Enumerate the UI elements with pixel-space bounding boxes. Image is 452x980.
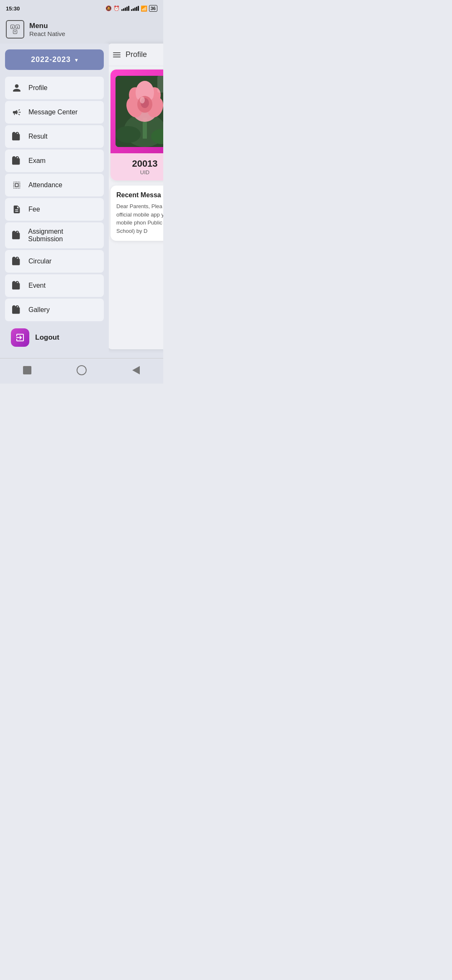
- assignment-icon: [11, 230, 22, 241]
- profile-image-container: [110, 70, 163, 153]
- profile-card: 20013 UID: [110, 70, 163, 181]
- sidebar-label-attendance: Attendance: [28, 181, 62, 189]
- bottom-nav: [0, 358, 163, 384]
- exam-icon: [11, 155, 23, 167]
- sidebar-item-exam[interactable]: Exam: [5, 150, 104, 172]
- megaphone-icon: [11, 106, 23, 118]
- sidebar-label-profile: Profile: [28, 84, 47, 92]
- main-content: 2022-2023 ▾ Profile: [0, 44, 163, 358]
- profile-photo: [116, 76, 163, 147]
- chevron-down-icon: ▾: [75, 57, 78, 63]
- sidebar-label-result: Result: [28, 133, 47, 140]
- svg-point-2: [116, 126, 141, 143]
- svg-rect-14: [157, 76, 163, 93]
- sidebar-item-gallery[interactable]: Gallery: [5, 299, 104, 321]
- svg-point-13: [140, 97, 145, 103]
- mute-icon: 🔕: [105, 5, 112, 11]
- sidebar-item-result[interactable]: Result: [5, 125, 104, 148]
- sidebar-item-assignment-submission[interactable]: Assignment Submission: [5, 222, 104, 248]
- person-icon: [11, 82, 23, 94]
- status-time: 15:30: [6, 5, 20, 12]
- recent-messages-text: Dear Parents, Plea official mobile app y…: [116, 202, 163, 235]
- document-icon: [11, 204, 23, 215]
- hamburger-icon[interactable]: [113, 52, 121, 57]
- logout-label: Logout: [35, 333, 59, 342]
- uid-number: 20013: [116, 158, 163, 169]
- gallery-icon: [11, 304, 23, 316]
- menu-list: Profile Message Center Result: [5, 77, 104, 321]
- signal-bars-2: [131, 6, 139, 11]
- sidebar-label-message-center: Message Center: [28, 108, 77, 116]
- circular-icon: [11, 255, 23, 267]
- app-title-menu: Menu: [29, 22, 65, 30]
- sidebar-label-circular: Circular: [28, 258, 51, 265]
- sidebar-label-assignment-submission: Assignment Submission: [28, 228, 98, 243]
- profile-title: Profile: [126, 50, 147, 59]
- sidebar-item-event[interactable]: Event: [5, 274, 104, 297]
- sidebar: 2022-2023 ▾ Profile: [0, 44, 109, 358]
- sidebar-item-fee[interactable]: Fee: [5, 198, 104, 221]
- event-icon: [11, 280, 23, 291]
- profile-uid-area: 20013 UID: [110, 153, 163, 181]
- back-icon: [132, 366, 140, 374]
- sidebar-label-exam: Exam: [28, 157, 46, 165]
- result-icon: [11, 131, 23, 142]
- status-bar: 15:30 🔕 ⏰ 📶 36: [0, 0, 163, 15]
- app-logo: ▲ ▲ ▼: [6, 20, 24, 39]
- signal-bars-1: [121, 6, 129, 11]
- profile-panel-header: Profile: [107, 44, 163, 66]
- wifi-icon: 📶: [141, 5, 147, 12]
- sidebar-item-message-center[interactable]: Message Center: [5, 101, 104, 124]
- nav-back-button[interactable]: [129, 364, 143, 377]
- status-icons: 🔕 ⏰ 📶 36: [105, 5, 157, 12]
- profile-panel: Profile: [107, 44, 163, 349]
- list-icon: [11, 179, 23, 191]
- year-selector-label: 2022-2023: [31, 55, 71, 64]
- battery-indicator: 36: [149, 5, 157, 12]
- sidebar-item-logout[interactable]: Logout: [5, 323, 104, 352]
- recent-messages-title: Recent Messa: [116, 191, 163, 199]
- sidebar-label-event: Event: [28, 282, 46, 289]
- nav-stop-button[interactable]: [21, 364, 34, 377]
- logout-icon: [11, 328, 29, 347]
- sidebar-item-circular[interactable]: Circular: [5, 250, 104, 273]
- sidebar-item-attendance[interactable]: Attendance: [5, 174, 104, 196]
- sidebar-item-profile[interactable]: Profile: [5, 77, 104, 99]
- recent-messages-card: Recent Messa Dear Parents, Plea official…: [110, 186, 163, 241]
- alarm-icon: ⏰: [113, 5, 120, 11]
- year-selector[interactable]: 2022-2023 ▾: [5, 49, 104, 70]
- app-title-subtitle: React Native: [29, 30, 65, 37]
- app-header: ▲ ▲ ▼ Menu React Native: [0, 15, 163, 44]
- stop-icon: [23, 366, 31, 374]
- uid-label: UID: [116, 169, 163, 175]
- sidebar-label-fee: Fee: [28, 206, 40, 213]
- app-title: Menu React Native: [29, 22, 65, 37]
- home-icon: [77, 365, 87, 375]
- nav-home-button[interactable]: [75, 364, 88, 377]
- sidebar-label-gallery: Gallery: [28, 306, 50, 314]
